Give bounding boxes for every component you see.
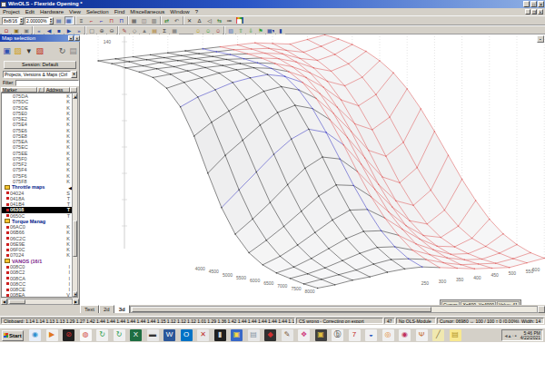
compare-button[interactable]: ⇆ (215, 16, 224, 24)
nav-last-button[interactable]: » (74, 26, 84, 34)
nav-next-button[interactable]: ▶ (64, 26, 74, 34)
tray-icon[interactable]: ▴ (508, 330, 510, 341)
checksum-button[interactable]: Ω (2, 26, 11, 34)
taskbar-photo-icon[interactable]: ▣ (315, 329, 327, 341)
tab-3d[interactable]: 3d (114, 305, 130, 313)
taskbar-g-multi-icon[interactable]: ◉ (399, 329, 411, 341)
zoom-spinner[interactable]: ▲▼ (49, 17, 54, 24)
taskbar-blocked-icon[interactable]: ⊘ (63, 329, 74, 341)
taskbar-blue-circle-icon[interactable]: ◒ (365, 329, 377, 341)
map-size-spinner[interactable]: ▲▼ (19, 17, 24, 24)
menu-selection[interactable]: Selection (84, 9, 112, 15)
table-columns-button[interactable]: ◫ (140, 16, 149, 24)
copy-version-button[interactable]: ▣ (22, 26, 31, 34)
mdi-minimize-button[interactable]: _ (525, 9, 530, 15)
flag-button[interactable]: ⚑ (256, 26, 265, 34)
tray-icon[interactable]: ▪ (515, 330, 517, 341)
menu-view[interactable]: View (66, 9, 84, 15)
edit-folder-button[interactable]: ▤ (68, 44, 78, 57)
user-red-button[interactable]: ☺ (213, 26, 223, 34)
nav-first-button[interactable]: « (35, 26, 44, 34)
taskbar-excel-icon[interactable]: X (130, 329, 142, 341)
menu-window[interactable]: Window (167, 9, 192, 15)
delta-button[interactable]: Δ (195, 16, 204, 24)
view-2d-button[interactable]: ▤ (54, 16, 64, 24)
taskbar-word-icon[interactable]: W (164, 329, 175, 341)
scroll-right-icon[interactable]: ▶ (73, 299, 79, 305)
taskbar-close-icon[interactable]: ✕ (197, 329, 209, 341)
panel-header[interactable]: Map selection ▾ ✕ (0, 34, 80, 42)
save-map-button[interactable]: ▣ (2, 44, 12, 57)
taskbar-wrench-icon[interactable]: ╱ (432, 329, 444, 341)
menu-[interactable]: ? (193, 9, 201, 15)
scroll-up-icon[interactable]: ▲ (73, 93, 77, 99)
tray-icon[interactable]: ◦ (511, 330, 513, 341)
taskbar-notes-icon[interactable]: ▤ (248, 329, 260, 341)
taskbar-yellow-window-icon[interactable]: ▤ (450, 329, 461, 341)
small-grid-button[interactable]: ▦ (170, 26, 179, 34)
menu-find[interactable]: Find (112, 9, 128, 15)
map-3d-view[interactable]: 1404000450050005500600065007000750080002… (80, 34, 545, 305)
panel-horizontal-scrollbar[interactable]: ◀ ▶ (1, 299, 79, 305)
undo-button[interactable]: ↶ (173, 16, 182, 24)
taskbar-console-icon[interactable]: ▮ (214, 329, 226, 341)
map-2d-red-button[interactable]: ⌐ (87, 16, 96, 24)
mdi-close-button[interactable]: ✕ (538, 9, 543, 15)
map-row[interactable]: 008EAV (2, 292, 72, 298)
taskbar-folder-icon[interactable]: ▣ (231, 329, 243, 341)
taskbar-dark-app-icon[interactable]: ◆ (264, 329, 276, 341)
maximize-button[interactable]: □ (530, 1, 537, 7)
taskbar-browser-icon[interactable]: ◉ (29, 329, 41, 341)
map-3d-red-button[interactable]: Π (107, 16, 116, 24)
scrollbar-thumb[interactable] (132, 307, 431, 312)
zoom-combo[interactable]: 2.00000% ▲▼ (25, 17, 54, 24)
link-maps-button[interactable]: ⇄ (163, 16, 172, 24)
map-list-vertical-scrollbar[interactable]: ▲ ▼ (72, 93, 78, 298)
taskbar-red7-icon[interactable]: 7 (349, 329, 361, 341)
tab-2d[interactable]: 2d (99, 305, 114, 313)
folder-maps-button[interactable]: ▤ (150, 26, 159, 34)
view-3d-button[interactable]: ▦ (64, 16, 74, 24)
taskbar-orange-circle-icon[interactable]: ◎ (382, 329, 394, 341)
scroll-down-icon[interactable]: ▼ (73, 291, 77, 297)
import-folder-button[interactable]: ▨ (35, 44, 45, 57)
text-view-button[interactable]: ≡ (77, 16, 86, 24)
nav-stop-button[interactable]: ■ (54, 26, 64, 34)
decrease-button[interactable]: ⇩ (246, 26, 255, 34)
minimize-button[interactable]: _ (523, 1, 530, 7)
session-button[interactable]: Session: Default (4, 61, 76, 69)
open-folder-drop-button[interactable]: ▾ (24, 44, 34, 57)
menu-miscellaneous[interactable]: Miscellaneous (127, 9, 167, 15)
close-button[interactable]: ✕ (538, 1, 544, 7)
nav-prev-button[interactable]: ◀ (45, 26, 54, 34)
taskbar-chrome-icon[interactable]: ◍ (80, 329, 92, 341)
table-rows-button[interactable]: ▥ (150, 16, 159, 24)
color-scale-button[interactable]: ▆ (235, 16, 244, 24)
open-version-button[interactable]: ▣ (12, 26, 21, 34)
table-button[interactable]: ▦ (130, 16, 139, 24)
taskbar-media-icon[interactable]: ▶ (46, 329, 58, 341)
tab-text[interactable]: Text (80, 305, 99, 313)
zoom-in-button[interactable]: ⊕ (97, 26, 106, 34)
user-green-button[interactable]: ☺ (203, 26, 213, 34)
marker-pen-button[interactable]: ✎ (120, 26, 129, 34)
block-button[interactable]: ▮ (276, 26, 285, 34)
chevron-down-icon[interactable]: ▼ (71, 71, 77, 78)
open-folder-button[interactable]: ▨ (13, 44, 23, 57)
menu-hardware[interactable]: Hardware (37, 9, 66, 15)
resize-grip[interactable] (538, 306, 545, 313)
pane-split-button[interactable]: ▪ (537, 35, 544, 43)
panel-pin-button[interactable]: ▾ (68, 35, 74, 41)
refresh-button[interactable]: ↻ (57, 44, 67, 57)
select-area-button[interactable]: ▢ (87, 26, 96, 34)
menu-project[interactable]: Project (0, 9, 23, 15)
taskbar-sync1-icon[interactable]: ↻ (96, 329, 108, 341)
taskbar-outlook-icon[interactable]: O (181, 329, 193, 341)
taskbar-tool-icon[interactable]: ▬ (147, 329, 159, 341)
filter-input[interactable] (15, 80, 79, 86)
taskbar-color-app-icon[interactable]: ❖ (298, 329, 310, 341)
scrollbar-thumb[interactable] (73, 220, 77, 257)
increase-button[interactable]: ⇧ (236, 26, 245, 34)
list-button[interactable]: ≔ (225, 16, 234, 24)
sum-button[interactable]: Σ (160, 26, 169, 34)
